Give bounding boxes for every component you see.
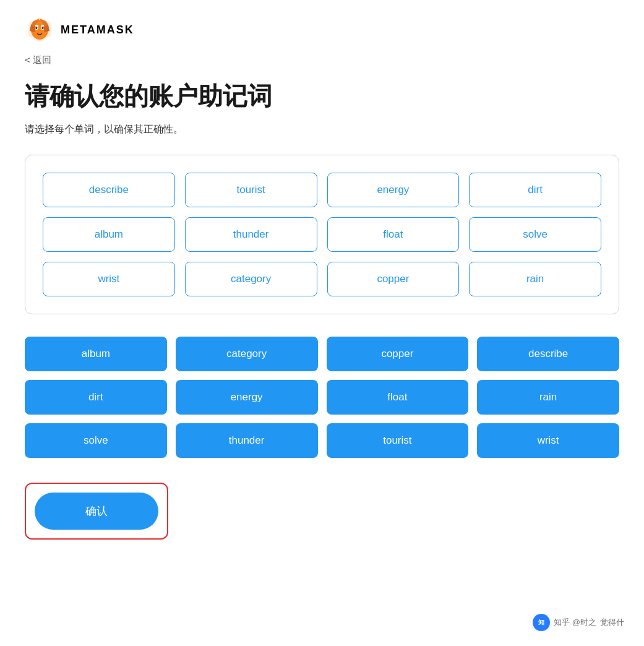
word-chip[interactable]: rain	[477, 380, 619, 415]
back-label[interactable]: < 返回	[25, 54, 51, 66]
word-slot[interactable]: float	[327, 217, 460, 252]
word-chip[interactable]: wrist	[477, 423, 619, 458]
app-container: METAMASK < 返回 请确认您的账户助记词 请选择每个单词，以确保其正确性…	[0, 0, 644, 646]
word-chip[interactable]: tourist	[327, 423, 469, 458]
word-slot[interactable]: copper	[327, 262, 460, 296]
word-chip[interactable]: dirt	[25, 380, 167, 415]
word-slot[interactable]: energy	[327, 173, 460, 207]
watermark-subtext: 觉得什	[600, 617, 624, 628]
back-link[interactable]: < 返回	[25, 54, 619, 66]
page-subtitle: 请选择每个单词，以确保其正确性。	[25, 123, 619, 136]
zhihu-logo-icon: 知	[533, 614, 550, 631]
word-slot[interactable]: wrist	[43, 262, 175, 296]
word-drop-area: describetouristenergydirtalbumthunderflo…	[25, 155, 619, 314]
word-slot[interactable]: thunder	[185, 217, 317, 252]
svg-point-5	[42, 27, 44, 29]
word-chip[interactable]: energy	[176, 380, 318, 415]
word-slot[interactable]: album	[43, 217, 175, 252]
page-title: 请确认您的账户助记词	[25, 81, 619, 111]
word-chip[interactable]: copper	[327, 337, 469, 371]
metamask-logo-icon	[25, 15, 54, 45]
word-slot[interactable]: rain	[469, 262, 601, 296]
word-bank: albumcategorycopperdescribedirtenergyflo…	[25, 337, 619, 458]
header: METAMASK	[25, 15, 619, 45]
word-slot[interactable]: tourist	[185, 173, 317, 207]
word-chip[interactable]: describe	[477, 337, 619, 371]
word-slot[interactable]: dirt	[469, 173, 601, 207]
confirm-section: 确认	[25, 483, 168, 540]
watermark: 知 知乎 @时之 觉得什	[533, 614, 624, 631]
confirm-button[interactable]: 确认	[35, 493, 158, 530]
word-chip[interactable]: album	[25, 337, 167, 371]
watermark-text: 知乎 @时之	[554, 617, 596, 628]
word-slot[interactable]: describe	[43, 173, 175, 207]
logo-text: METAMASK	[61, 24, 134, 37]
word-chip[interactable]: float	[327, 380, 469, 415]
word-slot[interactable]: category	[185, 262, 317, 296]
word-chip[interactable]: thunder	[176, 423, 318, 458]
word-chip[interactable]: solve	[25, 423, 167, 458]
word-chip[interactable]: category	[176, 337, 318, 371]
word-slot[interactable]: solve	[469, 217, 601, 252]
confirm-highlight-box: 确认	[25, 483, 168, 540]
svg-point-4	[36, 27, 38, 29]
